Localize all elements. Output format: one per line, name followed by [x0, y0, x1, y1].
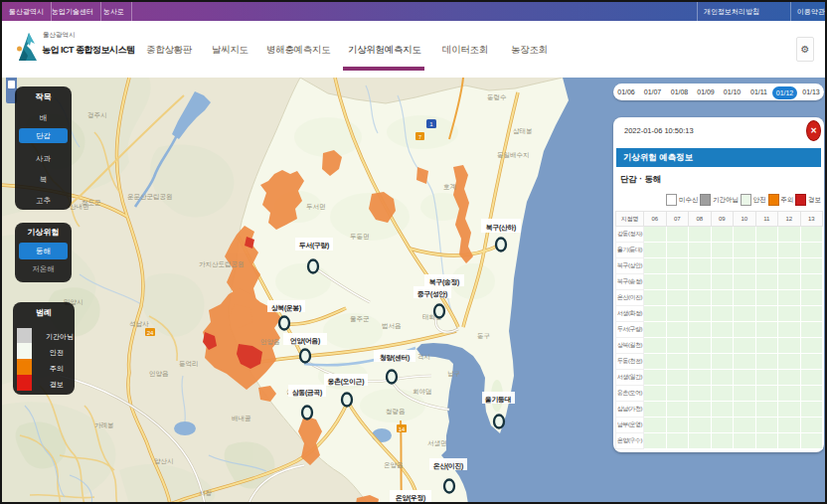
- svg-text:언양읍: 언양읍: [149, 370, 169, 378]
- svg-text:남구: 남구: [447, 370, 460, 377]
- svg-text:두동면: 두동면: [350, 233, 370, 240]
- svg-text:삼동(금곡): 삼동(금곡): [291, 389, 322, 397]
- svg-text:청량(센터): 청량(센터): [380, 354, 410, 362]
- svg-text:경주시: 경주시: [87, 111, 107, 119]
- svg-text:운문산군립공원: 운문산군립공원: [127, 193, 173, 201]
- svg-text:언양읍: 언양읍: [260, 338, 280, 346]
- svg-text:가례봉: 가례봉: [94, 421, 114, 428]
- svg-text:범서읍: 범서읍: [382, 322, 402, 329]
- svg-text:등억리: 등억리: [179, 360, 199, 367]
- svg-text:중구(성안): 중구(성안): [417, 290, 447, 298]
- svg-text:가지산도립공원: 가지산도립공원: [199, 260, 245, 268]
- svg-text:14: 14: [399, 426, 406, 432]
- svg-text:동구: 동구: [477, 332, 490, 339]
- svg-text:서창: 서창: [199, 489, 213, 497]
- svg-text:회야댐: 회야댐: [413, 388, 432, 395]
- svg-text:석남사: 석남사: [129, 320, 149, 327]
- svg-text:상북(운봉): 상북(운봉): [270, 304, 301, 312]
- svg-text:두서면: 두서면: [306, 203, 326, 210]
- svg-text:온양(우정): 온양(우정): [396, 494, 425, 502]
- svg-text:양산시: 양산시: [154, 457, 174, 465]
- svg-text:걱시: 걱시: [417, 353, 429, 360]
- svg-text:호계: 호계: [443, 183, 456, 190]
- svg-text:청량읍: 청량읍: [386, 408, 406, 416]
- svg-text:24: 24: [147, 330, 154, 336]
- svg-text:삼태봉: 삼태봉: [513, 127, 533, 134]
- svg-text:온산(이진): 온산(이진): [433, 462, 463, 470]
- svg-text:북구(송정): 북구(송정): [429, 278, 459, 286]
- svg-text:7: 7: [418, 134, 421, 140]
- svg-text:언양(어음): 언양(어음): [290, 337, 320, 345]
- svg-text:북구(산하): 북구(산하): [486, 224, 516, 232]
- svg-text:청도군: 청도군: [82, 199, 101, 207]
- svg-text:웅촌(오이근): 웅촌(오이근): [328, 378, 364, 386]
- svg-text:두서(구량): 두서(구량): [299, 242, 329, 250]
- svg-text:배내골: 배내골: [232, 415, 251, 421]
- svg-text:울주군: 울주군: [350, 315, 370, 322]
- svg-text:동일배수지: 동일배수지: [497, 151, 530, 158]
- svg-text:서생면: 서생면: [427, 439, 447, 446]
- svg-text:동령수: 동령수: [487, 93, 507, 101]
- svg-text:울기등대: 울기등대: [485, 396, 511, 404]
- svg-text:온양읍: 온양읍: [384, 461, 404, 469]
